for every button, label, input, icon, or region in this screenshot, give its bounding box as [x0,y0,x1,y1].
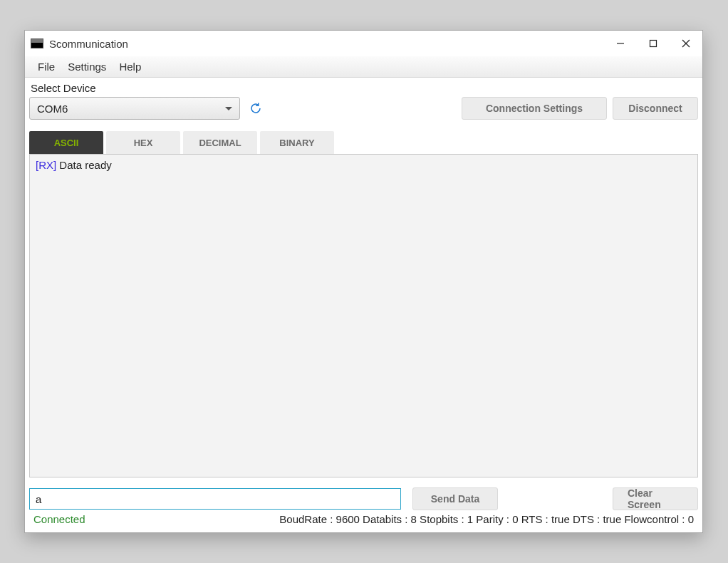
rx-tag: [RX] [36,159,56,171]
refresh-button[interactable] [246,98,266,118]
maximize-button[interactable] [637,31,670,56]
terminal-output[interactable]: [RX] Data ready [29,154,698,477]
clear-screen-button[interactable]: Clear Screen [613,487,698,510]
tab-hex[interactable]: HEX [106,131,180,154]
terminal-line-text: Data ready [56,159,112,171]
select-device-label: Select Device [29,81,698,94]
send-input[interactable] [29,488,401,510]
window-title: Scommunication [49,38,128,50]
content-area: Select Device COM6 Connection Settings D… [25,78,702,532]
app-window: Scommunication File Settings Help Select… [24,30,703,533]
disconnect-button[interactable]: Disconnect [613,97,698,120]
statusbar: Connected BoudRate : 9600 Databits : 8 S… [29,510,698,530]
tab-ascii[interactable]: ASCII [29,131,103,154]
close-icon [682,39,690,48]
svg-rect-1 [650,41,657,47]
connection-settings-button[interactable]: Connection Settings [462,97,607,120]
refresh-icon [249,102,262,115]
tab-decimal[interactable]: DECIMAL [183,131,257,154]
minimize-button[interactable] [604,31,637,56]
menubar: File Settings Help [25,56,702,78]
close-button[interactable] [670,31,702,56]
format-tabs: ASCII HEX DECIMAL BINARY [29,131,698,154]
connection-status: Connected [33,513,85,525]
connection-params: BoudRate : 9600 Databits : 8 Stopbits : … [279,513,694,525]
titlebar: Scommunication [25,31,702,56]
app-icon [31,38,43,48]
chevron-down-icon [225,107,232,110]
menu-file[interactable]: File [38,61,55,73]
send-data-button[interactable]: Send Data [412,487,498,510]
menu-help[interactable]: Help [119,61,141,73]
send-row: Send Data Clear Screen [29,487,698,510]
minimize-icon [616,39,625,48]
tab-binary[interactable]: BINARY [260,131,334,154]
menu-settings[interactable]: Settings [68,61,106,73]
device-dropdown[interactable]: COM6 [29,97,240,120]
device-row: COM6 Connection Settings Disconnect [29,97,698,120]
device-selected-value: COM6 [37,103,68,115]
maximize-icon [649,39,657,48]
